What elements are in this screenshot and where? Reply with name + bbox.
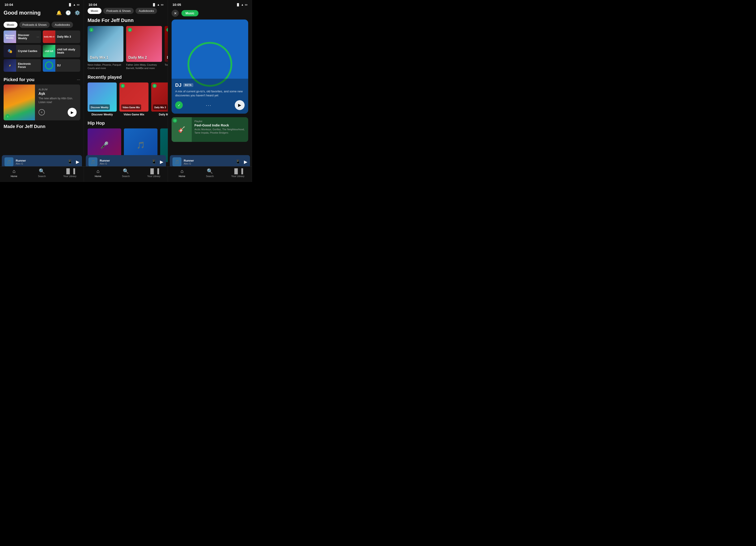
- nav-search-1[interactable]: 🔍 Search: [35, 168, 49, 177]
- fg-artists: Arctic Monkeys, Gorillaz, The Neighbourh…: [194, 128, 246, 135]
- filter-pills-2: Music Podcasts & Shows Audiobooks: [84, 8, 168, 17]
- quick-item-daily3[interactable]: Daily Mix 3 Daily Mix 3: [43, 30, 80, 43]
- panel-1: 10:04 ▐▌ ▲ ▭ Good morning 🔔 🕐 ⚙️ Music P…: [0, 0, 84, 182]
- home-icon-3: ⌂: [181, 168, 183, 174]
- signal-icon-3: ▐▌: [236, 3, 240, 6]
- battery-icon-3: ▭: [245, 3, 247, 6]
- settings-icon[interactable]: ⚙️: [75, 10, 80, 15]
- library-icon-2: ▐▌▐: [149, 168, 159, 174]
- panel-3: 10:05 ▐▌ ▲ ▭ ✕ Music DJ BETA A mix of cu…: [168, 0, 252, 182]
- quick-item-crystal[interactable]: 🎭 Crystal Castles: [4, 45, 41, 57]
- nav-home-1[interactable]: ⌂ Home: [7, 168, 21, 177]
- picked-info: Album Aşk The new album by Altin Gün. Li…: [35, 84, 80, 120]
- connect-icon-2[interactable]: 📱: [151, 159, 156, 164]
- history-icon[interactable]: 🕐: [65, 10, 71, 15]
- close-button[interactable]: ✕: [172, 10, 179, 17]
- fg-type: Playlist: [194, 120, 246, 123]
- np-play-2[interactable]: ▶: [160, 159, 163, 164]
- beta-badge: BETA: [183, 83, 193, 87]
- recent-discover-label: Discover Weekly: [88, 113, 117, 116]
- panel1-header: Good morning 🔔 🕐 ⚙️: [0, 8, 84, 22]
- music-active-pill[interactable]: Music: [181, 10, 198, 16]
- page-title-1: Good morning: [4, 10, 41, 16]
- library-label-1: Your Library: [63, 175, 76, 177]
- dj-check-icon[interactable]: ✓: [175, 101, 183, 109]
- pill-podcasts-1[interactable]: Podcasts & Shows: [19, 22, 50, 28]
- chill-thumb: chill lofi: [43, 45, 55, 57]
- daily3-label: Daily Mix 3: [55, 35, 80, 38]
- nav-search-2[interactable]: 🔍 Search: [119, 168, 133, 177]
- np-play-1[interactable]: ▶: [76, 159, 79, 164]
- daily-mix-2-card[interactable]: ♫ Daily Mix 2 Father John Misty, Courtne…: [126, 26, 162, 70]
- status-icons-3: ▐▌ ▲ ▭: [236, 3, 247, 6]
- nav-home-3[interactable]: ⌂ Home: [175, 168, 189, 177]
- np-art-2: 🎵: [88, 157, 97, 166]
- nav-library-1[interactable]: ▐▌▐ Your Library: [63, 168, 77, 177]
- connect-icon-3[interactable]: 📱: [235, 159, 240, 164]
- library-label-3: Your Library: [231, 175, 244, 177]
- recent-discover[interactable]: Discover Weekly Discover Weekly: [88, 82, 117, 116]
- made-for-title-2: Made For Jeff Dunn: [84, 17, 168, 26]
- spotify-badge-dm1: ♫: [89, 28, 93, 32]
- dj-bottom-info: DJ BETA A mix of current go-to's, old fa…: [172, 79, 248, 114]
- daily3-badge: ♫: [153, 84, 157, 88]
- home-icon-1: ⌂: [13, 168, 15, 174]
- np-info-2: Runner Alex G: [100, 159, 149, 165]
- nav-library-3[interactable]: ▐▌▐ Your Library: [231, 168, 245, 177]
- daily-mix-3-card[interactable]: ♫ Daily Towkio, more: [165, 26, 168, 70]
- np-art-1: 🎵: [4, 157, 13, 166]
- recent-daily3[interactable]: ♫ Daily Mix 3 Daily Mix 3: [151, 82, 168, 116]
- pill-music-2[interactable]: Music: [88, 8, 101, 14]
- dj-play-button[interactable]: ▶: [235, 100, 245, 110]
- np-info-3: Runner Alex G: [184, 159, 233, 165]
- dm1-label: Daily Mix 1: [90, 56, 108, 60]
- wifi-icon-2: ▲: [157, 3, 160, 6]
- dm3-label: Daily: [167, 56, 168, 60]
- np-artist-2: Alex G: [100, 162, 149, 165]
- picked-title: Picked for you: [4, 77, 34, 82]
- library-label-2: Your Library: [147, 175, 160, 177]
- connect-icon-1[interactable]: 📱: [67, 159, 72, 164]
- nav-home-2[interactable]: ⌂ Home: [91, 168, 105, 177]
- crystal-label: Crystal Castles: [16, 50, 41, 53]
- np-track-1: Runner: [16, 159, 65, 162]
- quick-item-chill[interactable]: chill lofi chill lofi study beats: [43, 45, 80, 57]
- pill-audiobooks-1[interactable]: Audiobooks: [52, 22, 73, 28]
- feel-good-card[interactable]: ♫ 🎸 Playlist Feel-Good Indie Rock Arctic…: [172, 117, 248, 142]
- recent-vgm[interactable]: ♫ Video Game Mix Video Game Mix: [119, 82, 149, 116]
- quick-item-efocus[interactable]: ⚡ Electronic Focus: [4, 59, 41, 72]
- panel-2: 10:04 ▐▌ ▲ ▭ Music Podcasts & Shows Audi…: [84, 0, 168, 182]
- nav-search-3[interactable]: 🔍 Search: [203, 168, 217, 177]
- quick-item-dj[interactable]: DJ: [43, 59, 80, 72]
- quick-item-discover[interactable]: Discover Weekly Discover Weekly ···: [4, 30, 41, 43]
- np-play-3[interactable]: ▶: [244, 159, 247, 164]
- pill-music-1[interactable]: Music: [4, 22, 17, 28]
- status-icons-1: ▐▌ ▲ ▭: [68, 3, 79, 6]
- search-icon-1: 🔍: [39, 168, 45, 174]
- dj-more-dots[interactable]: ···: [206, 103, 212, 108]
- search-icon-3: 🔍: [207, 168, 213, 174]
- dm1-bg: ♫ Daily Mix 1: [88, 26, 123, 62]
- picked-dots[interactable]: ···: [77, 77, 80, 82]
- dj-thumb: [43, 59, 55, 72]
- vgm-badge: ♫: [121, 84, 125, 88]
- efocus-label: Electronic Focus: [16, 62, 41, 69]
- spotify-badge-dm2: ♫: [128, 28, 132, 32]
- picked-card[interactable]: ♫ Album Aşk The new album by Altin Gün. …: [4, 84, 80, 120]
- nav-library-2[interactable]: ▐▌▐ Your Library: [147, 168, 161, 177]
- hip-hop-title: Hip Hop: [84, 116, 168, 128]
- daily-mix-1-card[interactable]: ♫ Daily Mix 1 Neon Indian, Phoenix, Parq…: [88, 26, 123, 70]
- notification-icon[interactable]: 🔔: [56, 10, 62, 15]
- bottom-nav-2: ⌂ Home 🔍 Search ▐▌▐ Your Library: [84, 166, 168, 182]
- picked-desc: The new album by Altin Gün. Listen now!: [39, 97, 77, 104]
- np-info-1: Home Runner Alex G: [16, 159, 65, 165]
- recent-scroll: Discover Weekly Discover Weekly ♫ Video …: [84, 82, 168, 116]
- search-icon-2: 🔍: [123, 168, 129, 174]
- library-icon-1: ▐▌▐: [65, 168, 75, 174]
- pill-podcasts-2[interactable]: Podcasts & Shows: [103, 8, 134, 14]
- discover-dots[interactable]: ···: [37, 35, 41, 39]
- fg-info: Playlist Feel-Good Indie Rock Arctic Mon…: [192, 117, 248, 142]
- add-button[interactable]: +: [39, 109, 45, 115]
- play-button[interactable]: ▶: [68, 108, 77, 117]
- pill-audiobooks-2[interactable]: Audiobooks: [136, 8, 157, 14]
